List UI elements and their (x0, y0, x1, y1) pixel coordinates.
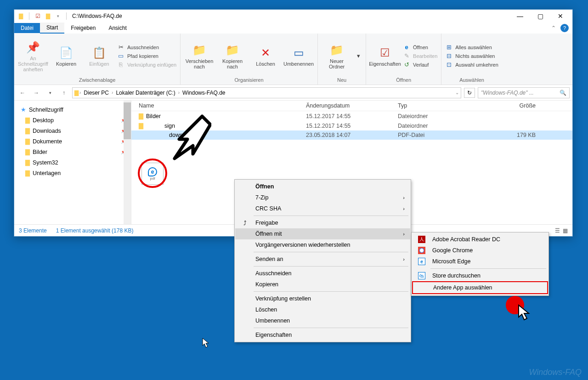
forward-button[interactable]: → (31, 87, 42, 98)
history-button[interactable]: ↺Verlauf (403, 61, 437, 68)
close-button[interactable]: ✕ (550, 10, 571, 23)
icons-view-icon[interactable]: ▦ (563, 227, 568, 234)
properties-button[interactable]: ☑Eigenschaften (370, 45, 400, 67)
context-menu: Öffnen 7-Zip› CRC SHA› ⤴Freigabe Öffnen … (234, 179, 411, 342)
submenu-edge[interactable]: eMicrosoft Edge (412, 256, 548, 267)
paste-shortcut-button[interactable]: ⎘Verknüpfung einfügen (117, 61, 176, 68)
sidebar-item-documents[interactable]: ▇Dokumente📌 (16, 136, 129, 147)
svg-marker-2 (203, 338, 209, 347)
select-all-button[interactable]: ⊞Alles auswählen (445, 44, 498, 51)
address-bar: ← → ▾ ↑ ▇ › Dieser PC › Lokaler Datenträ… (14, 85, 572, 101)
file-row-selected[interactable]: dows-FAQ.pdf 23.05.2018 14:07 PDF-Datei … (131, 130, 572, 140)
ctx-share[interactable]: ⤴Freigabe (235, 217, 410, 228)
submenu-chrome[interactable]: Google Chrome (412, 245, 548, 256)
ribbon: 📌An Schnellzugriff anheften 📄Kopieren 📋E… (14, 34, 572, 85)
sidebar-item-pictures[interactable]: ▇Bilder📌 (16, 147, 129, 157)
file-row[interactable]: ▇ Bilder 15.12.2017 14:55 Dateiordner (131, 111, 572, 121)
status-count: 3 Elemente (19, 227, 47, 234)
minimize-button[interactable]: — (510, 10, 530, 23)
status-selected: 1 Element ausgewählt (178 KB) (56, 227, 134, 234)
open-button[interactable]: eÖffnen (403, 44, 437, 51)
column-name[interactable]: Name (136, 102, 306, 109)
qat-dropdown-icon[interactable]: ▾ (53, 11, 62, 21)
submenu-choose-other-app[interactable]: Andere App auswählen (412, 281, 548, 294)
breadcrumb-folder[interactable]: Windows-FAQ.de (181, 90, 227, 96)
back-button[interactable]: ← (17, 87, 28, 98)
sidebar-item-system32[interactable]: ▇System32 (16, 157, 129, 168)
ctx-7zip[interactable]: 7-Zip› (235, 192, 410, 203)
details-view-icon[interactable]: ☰ (555, 227, 560, 234)
sidebar-item-desktop[interactable]: ▇Desktop📌 (16, 115, 129, 125)
edit-button[interactable]: ✎Bearbeiten (403, 52, 437, 60)
ctx-previous-versions[interactable]: Vorgängerversionen wiederherstellen (235, 239, 410, 250)
breadcrumb-pc[interactable]: Dieser PC (82, 90, 111, 96)
copy-button[interactable]: 📄Kopieren (51, 45, 81, 67)
folder-icon: ▇ (136, 113, 146, 119)
select-none-button[interactable]: ⊟Nichts auswählen (445, 52, 498, 60)
ctx-delete[interactable]: Löschen (235, 304, 410, 315)
column-date[interactable]: Änderungsdatum (306, 102, 398, 109)
folder-icon: ▇ (16, 11, 25, 21)
titlebar: ▇ ☑ ▇ ▾ C:\Windows-FAQ.de — ▢ ✕ (14, 10, 572, 23)
navigation-tree[interactable]: ★Schnellzugriff ▇Desktop📌 ▇Downloads📌 ▇D… (14, 101, 131, 224)
rename-button[interactable]: ▭Umbenennen (283, 45, 314, 67)
invert-selection-button[interactable]: ⊡Auswahl umkehren (445, 61, 498, 68)
search-input[interactable]: "Windows-FAQ.de" ...🔍 (478, 87, 570, 98)
pin-to-quickaccess-button[interactable]: 📌An Schnellzugriff anheften (18, 40, 48, 72)
refresh-button[interactable]: ↻ (464, 88, 475, 98)
submenu-acrobat[interactable]: 人Adobe Acrobat Reader DC (412, 234, 548, 245)
ctx-properties[interactable]: Eigenschaften (235, 329, 410, 340)
share-icon: ⤴ (241, 219, 249, 227)
folder-icon: ▇ (74, 90, 79, 96)
help-icon[interactable]: ? (560, 24, 569, 32)
ctx-copy[interactable]: Kopieren (235, 279, 410, 290)
sidebar-item-quickaccess[interactable]: ★Schnellzugriff (16, 104, 129, 115)
copy-path-button[interactable]: ▭Pfad kopieren (117, 52, 176, 60)
new-item-dropdown[interactable]: ▾ (355, 52, 362, 60)
nav-scrollthumb[interactable] (124, 102, 131, 139)
ctx-rename[interactable]: Umbenennen (235, 315, 410, 326)
ctx-send-to[interactable]: Senden an› (235, 254, 410, 265)
ctx-open-with[interactable]: Öffnen mit› (235, 228, 410, 239)
tab-start[interactable]: Start (40, 23, 64, 34)
ctx-create-shortcut[interactable]: Verknüpfung erstellen (235, 293, 410, 304)
watermark: Windows-FAQ (529, 368, 582, 377)
tab-datei[interactable]: Datei (14, 23, 40, 33)
delete-button[interactable]: ✕Löschen (250, 45, 281, 67)
paste-button[interactable]: 📋Einfügen (84, 45, 114, 67)
submenu-store[interactable]: 🛍Store durchsuchen (412, 270, 548, 281)
cursor-icon (518, 304, 532, 323)
column-size[interactable]: Größe (490, 102, 536, 109)
column-headers[interactable]: Name Änderungsdatum Typ Größe (131, 101, 572, 111)
breadcrumb-drive[interactable]: Lokaler Datenträger (C:) (114, 90, 177, 96)
ctx-crc[interactable]: CRC SHA› (235, 203, 410, 214)
tab-ansicht[interactable]: Ansicht (102, 23, 133, 33)
maximize-button[interactable]: ▢ (530, 10, 550, 23)
sidebar-item-unterlagen[interactable]: ▇Unterlagen (16, 168, 129, 178)
search-icon: 🔍 (560, 90, 566, 96)
context-submenu-openwith: 人Adobe Acrobat Reader DC Google Chrome e… (411, 232, 549, 296)
cursor-icon (202, 338, 210, 349)
breadcrumb[interactable]: ▇ › Dieser PC › Lokaler Datenträger (C:)… (72, 87, 461, 98)
ctx-cut[interactable]: Ausschneiden (235, 268, 410, 279)
up-button[interactable]: ↑ (58, 87, 69, 98)
sidebar-item-downloads[interactable]: ▇Downloads📌 (16, 125, 129, 136)
title-path: C:\Windows-FAQ.de (72, 13, 122, 19)
new-folder-button[interactable]: 📁Neuer Ordner (322, 43, 352, 69)
cut-button[interactable]: ✂Ausschneiden (117, 44, 176, 51)
column-type[interactable]: Typ (398, 102, 490, 109)
tab-freigeben[interactable]: Freigeben (64, 23, 102, 33)
properties-icon[interactable]: ☑ (33, 11, 42, 21)
copy-to-button[interactable]: 📁Kopieren nach (217, 43, 248, 69)
pdf-file-icon: epdf (141, 163, 164, 185)
new-folder-icon[interactable]: ▇ (43, 11, 52, 21)
move-to-button[interactable]: 📁Verschieben nach (184, 43, 215, 69)
folder-icon: ▇ (136, 122, 146, 129)
recent-dropdown[interactable]: ▾ (45, 87, 56, 98)
collapse-ribbon-icon[interactable]: ⌃ (551, 25, 556, 31)
svg-marker-1 (519, 305, 529, 320)
ctx-open[interactable]: Öffnen (235, 181, 410, 192)
ribbon-tabs: Datei Start Freigeben Ansicht ⌃ ? (14, 23, 572, 34)
annotation-red-dot (506, 296, 524, 314)
file-row[interactable]: ▇ sign 15.12.2017 14:55 Dateiordner (131, 121, 572, 130)
